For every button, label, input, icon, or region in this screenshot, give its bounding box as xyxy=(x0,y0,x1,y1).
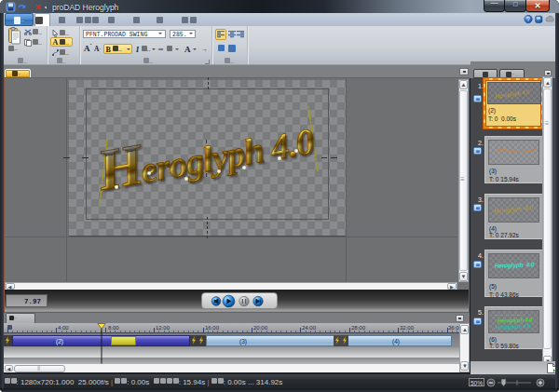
svg-text:?: ? xyxy=(526,16,530,22)
